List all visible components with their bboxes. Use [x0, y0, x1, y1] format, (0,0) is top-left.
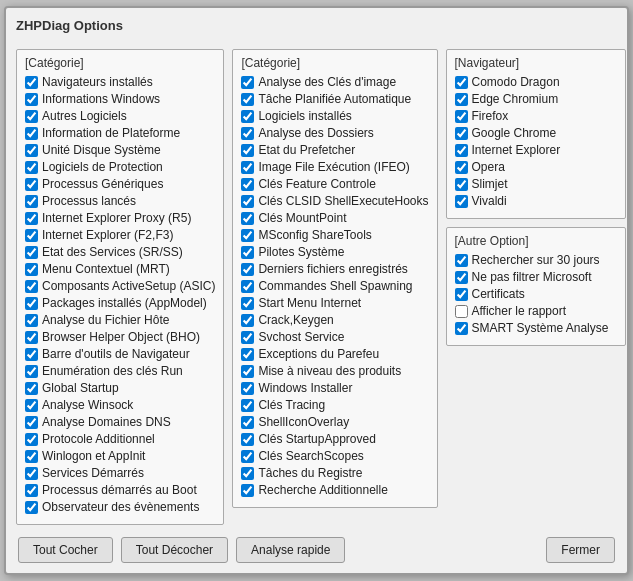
col2-item-12[interactable]: Commandes Shell Spawning	[241, 278, 428, 295]
col2-checkbox-1[interactable]	[241, 93, 254, 106]
col2-checkbox-23[interactable]	[241, 467, 254, 480]
col1-checkbox-17[interactable]	[25, 365, 38, 378]
col2-checkbox-11[interactable]	[241, 263, 254, 276]
col1-checkbox-10[interactable]	[25, 246, 38, 259]
col3-other-checkbox-3[interactable]	[455, 305, 468, 318]
col2-item-0[interactable]: Analyse des Clés d'image	[241, 74, 428, 91]
col1-checkbox-25[interactable]	[25, 501, 38, 514]
col3-nav-checkbox-0[interactable]	[455, 76, 468, 89]
col3-nav-checkbox-4[interactable]	[455, 144, 468, 157]
col1-checkbox-22[interactable]	[25, 450, 38, 463]
col1-item-24[interactable]: Processus démarrés au Boot	[25, 482, 215, 499]
col1-checkbox-8[interactable]	[25, 212, 38, 225]
col1-item-25[interactable]: Observateur des évènements	[25, 499, 215, 516]
col2-item-13[interactable]: Start Menu Internet	[241, 295, 428, 312]
col2-item-4[interactable]: Etat du Prefetcher	[241, 142, 428, 159]
col3-other-checkbox-4[interactable]	[455, 322, 468, 335]
col2-checkbox-4[interactable]	[241, 144, 254, 157]
col1-checkbox-6[interactable]	[25, 178, 38, 191]
col1-item-7[interactable]: Processus lancés	[25, 193, 215, 210]
col1-checkbox-9[interactable]	[25, 229, 38, 242]
col2-item-15[interactable]: Svchost Service	[241, 329, 428, 346]
col1-checkbox-11[interactable]	[25, 263, 38, 276]
col2-checkbox-24[interactable]	[241, 484, 254, 497]
col1-checkbox-7[interactable]	[25, 195, 38, 208]
col1-item-5[interactable]: Logiciels de Protection	[25, 159, 215, 176]
col2-checkbox-9[interactable]	[241, 229, 254, 242]
col1-checkbox-21[interactable]	[25, 433, 38, 446]
col2-item-9[interactable]: MSconfig ShareTools	[241, 227, 428, 244]
col1-item-3[interactable]: Information de Plateforme	[25, 125, 215, 142]
col2-checkbox-5[interactable]	[241, 161, 254, 174]
col2-checkbox-7[interactable]	[241, 195, 254, 208]
col2-item-18[interactable]: Windows Installer	[241, 380, 428, 397]
col3-nav-item-5[interactable]: Opera	[455, 159, 617, 176]
col1-checkbox-19[interactable]	[25, 399, 38, 412]
col1-checkbox-0[interactable]	[25, 76, 38, 89]
col2-checkbox-0[interactable]	[241, 76, 254, 89]
col1-checkbox-18[interactable]	[25, 382, 38, 395]
col3-other-checkbox-0[interactable]	[455, 254, 468, 267]
col1-item-23[interactable]: Services Démarrés	[25, 465, 215, 482]
col1-item-21[interactable]: Protocole Additionnel	[25, 431, 215, 448]
col3-nav-checkbox-2[interactable]	[455, 110, 468, 123]
col1-item-14[interactable]: Analyse du Fichier Hôte	[25, 312, 215, 329]
col2-item-6[interactable]: Clés Feature Controle	[241, 176, 428, 193]
col3-nav-item-4[interactable]: Internet Explorer	[455, 142, 617, 159]
tout-decocher-button[interactable]: Tout Décocher	[121, 537, 228, 563]
col1-checkbox-16[interactable]	[25, 348, 38, 361]
col1-item-20[interactable]: Analyse Domaines DNS	[25, 414, 215, 431]
col2-item-2[interactable]: Logiciels installés	[241, 108, 428, 125]
col2-item-16[interactable]: Exceptions du Parefeu	[241, 346, 428, 363]
tout-cocher-button[interactable]: Tout Cocher	[18, 537, 113, 563]
col3-nav-checkbox-1[interactable]	[455, 93, 468, 106]
col1-item-19[interactable]: Analyse Winsock	[25, 397, 215, 414]
col3-other-item-4[interactable]: SMART Système Analyse	[455, 320, 617, 337]
col1-checkbox-24[interactable]	[25, 484, 38, 497]
col1-item-11[interactable]: Menu Contextuel (MRT)	[25, 261, 215, 278]
col2-checkbox-12[interactable]	[241, 280, 254, 293]
col3-nav-checkbox-5[interactable]	[455, 161, 468, 174]
col3-nav-item-2[interactable]: Firefox	[455, 108, 617, 125]
col1-item-8[interactable]: Internet Explorer Proxy (R5)	[25, 210, 215, 227]
col1-item-0[interactable]: Navigateurs installés	[25, 74, 215, 91]
col2-checkbox-19[interactable]	[241, 399, 254, 412]
col1-item-1[interactable]: Informations Windows	[25, 91, 215, 108]
fermer-button[interactable]: Fermer	[546, 537, 615, 563]
col3-nav-item-1[interactable]: Edge Chromium	[455, 91, 617, 108]
col2-checkbox-14[interactable]	[241, 314, 254, 327]
col2-item-1[interactable]: Tâche Planifiée Automatique	[241, 91, 428, 108]
col2-checkbox-13[interactable]	[241, 297, 254, 310]
col1-checkbox-20[interactable]	[25, 416, 38, 429]
col1-checkbox-23[interactable]	[25, 467, 38, 480]
col2-item-20[interactable]: ShellIconOverlay	[241, 414, 428, 431]
col2-checkbox-18[interactable]	[241, 382, 254, 395]
analyse-rapide-button[interactable]: Analyse rapide	[236, 537, 345, 563]
col1-item-10[interactable]: Etat des Services (SR/SS)	[25, 244, 215, 261]
col2-item-8[interactable]: Clés MountPoint	[241, 210, 428, 227]
col1-item-17[interactable]: Enumération des clés Run	[25, 363, 215, 380]
col2-item-3[interactable]: Analyse des Dossiers	[241, 125, 428, 142]
col3-other-item-1[interactable]: Ne pas filtrer Microsoft	[455, 269, 617, 286]
col1-checkbox-5[interactable]	[25, 161, 38, 174]
col2-checkbox-21[interactable]	[241, 433, 254, 446]
col2-item-11[interactable]: Derniers fichiers enregistrés	[241, 261, 428, 278]
col2-item-14[interactable]: Crack,Keygen	[241, 312, 428, 329]
col3-other-checkbox-1[interactable]	[455, 271, 468, 284]
col2-checkbox-10[interactable]	[241, 246, 254, 259]
col1-item-15[interactable]: Browser Helper Object (BHO)	[25, 329, 215, 346]
col2-item-24[interactable]: Recherche Additionnelle	[241, 482, 428, 499]
col2-checkbox-2[interactable]	[241, 110, 254, 123]
col3-nav-item-0[interactable]: Comodo Dragon	[455, 74, 617, 91]
col2-item-7[interactable]: Clés CLSID ShellExecuteHooks	[241, 193, 428, 210]
col2-item-17[interactable]: Mise à niveau des produits	[241, 363, 428, 380]
col1-item-2[interactable]: Autres Logiciels	[25, 108, 215, 125]
col2-item-10[interactable]: Pilotes Système	[241, 244, 428, 261]
col3-other-item-2[interactable]: Certificats	[455, 286, 617, 303]
col2-item-5[interactable]: Image File Exécution (IFEO)	[241, 159, 428, 176]
col2-item-22[interactable]: Clés SearchScopes	[241, 448, 428, 465]
col2-item-19[interactable]: Clés Tracing	[241, 397, 428, 414]
col3-other-item-3[interactable]: Afficher le rapport	[455, 303, 617, 320]
col1-checkbox-1[interactable]	[25, 93, 38, 106]
col1-item-18[interactable]: Global Startup	[25, 380, 215, 397]
